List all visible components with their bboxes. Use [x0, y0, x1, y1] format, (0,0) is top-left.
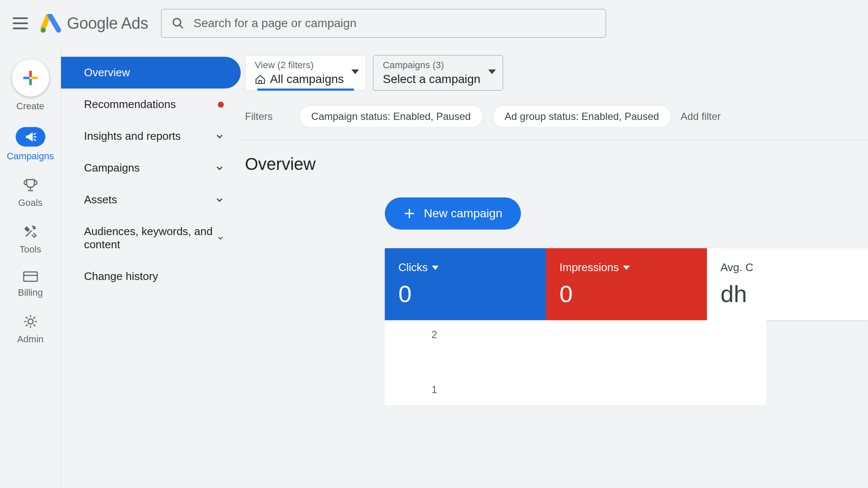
filter-chip-adgroup-status[interactable]: Ad group status: Enabled, Paused — [492, 105, 671, 128]
search-icon — [172, 17, 184, 30]
add-filter-button[interactable]: Add filter — [681, 111, 721, 122]
metric-clicks[interactable]: Clicks 0 — [385, 248, 546, 320]
filters-label: Filters — [245, 111, 273, 122]
svg-rect-5 — [23, 77, 30, 79]
chevron-down-icon — [215, 164, 224, 172]
sidenav-recommendations[interactable]: Recommendations — [61, 89, 241, 120]
page-title: Overview — [245, 155, 868, 174]
sidenav-change-history[interactable]: Change history — [61, 261, 241, 292]
rail-create[interactable]: Create — [12, 59, 49, 112]
top-controls: View (2 filters) All campaigns Campaigns… — [241, 55, 868, 91]
svg-point-0 — [41, 28, 46, 33]
chart-area: 2 1 — [385, 320, 766, 405]
metrics-cards: Clicks 0 Impressions 0 Avg. C dh — [385, 248, 868, 320]
sidenav-change-history-label: Change history — [84, 270, 158, 283]
sidenav-overview-label: Overview — [84, 66, 130, 79]
metric-avg-label: Avg. C — [721, 261, 754, 274]
trophy-icon — [22, 177, 39, 193]
metric-impressions-value: 0 — [559, 280, 693, 308]
rail-admin[interactable]: Admin — [17, 313, 43, 345]
sidenav-assets-label: Assets — [84, 193, 117, 206]
caret-down-icon — [488, 69, 496, 74]
chevron-down-icon — [215, 196, 224, 204]
caret-down-icon — [623, 266, 630, 270]
search-input[interactable] — [194, 17, 595, 30]
card-icon — [22, 270, 39, 283]
rail-create-label: Create — [17, 101, 45, 112]
search-box[interactable] — [161, 9, 606, 38]
megaphone-icon — [24, 131, 37, 142]
active-tab-indicator — [257, 89, 354, 91]
google-ads-logo-icon — [41, 14, 61, 33]
sidenav-assets[interactable]: Assets — [61, 184, 241, 216]
svg-point-1 — [173, 19, 181, 26]
svg-rect-4 — [29, 79, 32, 85]
rail-campaigns-label: Campaigns — [7, 151, 54, 162]
campaigns-pill-icon — [16, 127, 45, 147]
menu-icon[interactable] — [13, 17, 28, 29]
campaign-dropdown[interactable]: Campaigns (3) Select a campaign — [373, 55, 503, 91]
sidenav-campaigns[interactable]: Campaigns — [61, 152, 241, 184]
svg-rect-7 — [24, 272, 37, 281]
caret-down-icon — [351, 69, 359, 74]
metric-clicks-value: 0 — [398, 280, 532, 308]
filter-chip-campaign-status[interactable]: Campaign status: Enabled, Paused — [299, 105, 483, 128]
rail-billing-label: Billing — [18, 287, 43, 298]
sidenav-insights[interactable]: Insights and reports — [61, 120, 241, 152]
caret-down-icon — [432, 266, 439, 270]
svg-rect-6 — [31, 77, 38, 79]
home-icon — [255, 74, 266, 84]
chevron-down-icon — [215, 132, 224, 141]
gear-icon — [22, 313, 39, 330]
chevron-down-icon — [217, 234, 224, 242]
sidenav-audiences[interactable]: Audiences, keywords, and content — [61, 216, 241, 261]
tools-icon — [22, 224, 39, 240]
metric-impressions[interactable]: Impressions 0 — [546, 248, 707, 320]
rail-tools[interactable]: Tools — [19, 224, 41, 255]
metric-avg[interactable]: Avg. C dh — [707, 248, 868, 320]
plus-icon — [403, 208, 415, 219]
rail-goals[interactable]: Goals — [18, 177, 42, 208]
sidenav-audiences-label: Audiences, keywords, and content — [84, 225, 217, 251]
sidenav-campaigns-label: Campaigns — [84, 161, 140, 175]
chart-ytick: 2 — [431, 329, 437, 341]
header: Google Ads — [0, 0, 868, 47]
notification-dot-icon — [218, 102, 224, 108]
create-button[interactable] — [12, 59, 49, 97]
chart-ytick: 1 — [431, 384, 437, 396]
rail-campaigns[interactable]: Campaigns — [7, 127, 54, 162]
rail-admin-label: Admin — [17, 334, 43, 345]
campaign-dropdown-value: Select a campaign — [383, 72, 480, 86]
metric-impressions-label: Impressions — [559, 261, 619, 274]
rail-billing[interactable]: Billing — [18, 270, 43, 298]
view-dropdown-sublabel: View (2 filters) — [255, 60, 344, 71]
brand-text: Google Ads — [67, 14, 148, 33]
svg-rect-3 — [29, 71, 32, 77]
view-dropdown[interactable]: View (2 filters) All campaigns — [245, 55, 366, 91]
view-dropdown-value: All campaigns — [255, 72, 344, 86]
campaign-dropdown-sublabel: Campaigns (3) — [383, 60, 480, 71]
left-rail: Create Campaigns Goals — [0, 47, 61, 488]
new-campaign-button[interactable]: New campaign — [385, 197, 521, 230]
svg-line-2 — [179, 25, 183, 28]
side-nav: Overview Recommendations Insights and re… — [61, 47, 241, 488]
main-content: View (2 filters) All campaigns Campaigns… — [241, 47, 868, 488]
svg-point-9 — [28, 319, 33, 324]
sidenav-recommendations-label: Recommendations — [84, 98, 176, 111]
rail-goals-label: Goals — [18, 197, 42, 208]
sidenav-overview[interactable]: Overview — [61, 57, 241, 89]
filters-row: Filters Campaign status: Enabled, Paused… — [241, 105, 868, 140]
logo[interactable]: Google Ads — [41, 14, 148, 33]
plus-multicolor-icon — [23, 71, 38, 85]
metric-avg-value: dh — [721, 280, 854, 308]
rail-tools-label: Tools — [19, 244, 41, 255]
metric-clicks-label: Clicks — [398, 261, 428, 274]
sidenav-insights-label: Insights and reports — [84, 130, 181, 143]
new-campaign-label: New campaign — [424, 207, 502, 220]
